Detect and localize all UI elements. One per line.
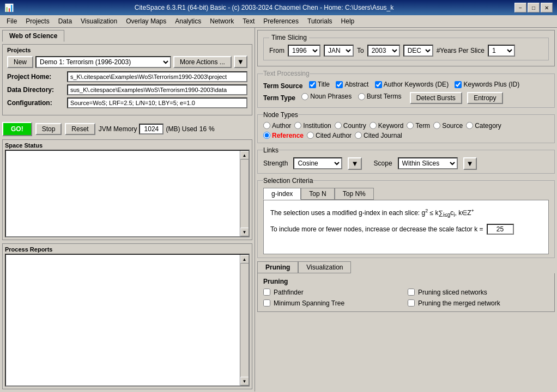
time-slicing-fieldset: Time Slicing From 1996 JAN To 2003 DEC xyxy=(257,30,555,66)
process-scroll-up-btn[interactable]: ▲ xyxy=(240,255,249,264)
scope-label: Scope xyxy=(374,160,392,167)
menu-overlay-maps[interactable]: Overlay Maps xyxy=(122,16,171,26)
institution-radio-label: Institution xyxy=(294,122,331,130)
menu-help[interactable]: Help xyxy=(337,16,359,26)
space-status-legend: Space Status xyxy=(5,142,250,149)
scope-dropdown-btn[interactable]: ▼ xyxy=(463,157,477,170)
links-section: Links Strength Cosine Pearson Jaccard ▼ … xyxy=(257,146,555,174)
burst-terms-radio[interactable] xyxy=(358,93,365,100)
keyword-radio[interactable] xyxy=(370,122,377,129)
process-reports-scrollbar[interactable]: ▲ ▼ xyxy=(240,255,249,385)
menu-preferences[interactable]: Preferences xyxy=(259,16,303,26)
scope-select[interactable]: Within Slices Across Slices xyxy=(398,157,458,169)
scale-text: To include more or fewer nodes, increase… xyxy=(270,225,483,233)
menu-projects[interactable]: Projects xyxy=(21,16,53,26)
to-year-select[interactable]: 2003 xyxy=(367,45,400,57)
tab-top-n-percent[interactable]: Top N% xyxy=(335,188,374,200)
pathfinder-checkbox[interactable] xyxy=(263,289,270,296)
process-scroll-down-btn[interactable]: ▼ xyxy=(240,377,249,385)
process-reports-fieldset: Process Reports ▲ ▼ xyxy=(2,243,252,389)
menu-visualization[interactable]: Visualization xyxy=(76,16,122,26)
more-actions-dropdown[interactable]: ▼ xyxy=(234,56,247,68)
author-radio-label: Author xyxy=(263,122,291,130)
more-actions-button[interactable]: More Actions ... xyxy=(173,56,232,68)
tab-web-of-science[interactable]: Web of Science xyxy=(2,30,64,42)
years-per-slice-select[interactable]: 1 xyxy=(488,45,515,57)
data-dir-label: Data Directory: xyxy=(7,86,67,94)
pruning-merged-label: Pruning the merged network xyxy=(418,299,500,307)
country-radio-label: Country xyxy=(335,122,366,130)
cited-author-radio[interactable] xyxy=(307,132,314,139)
menu-data[interactable]: Data xyxy=(54,16,76,26)
window-title: CiteSpace 6.3.R1 (64-bit) Basic - (c) 20… xyxy=(14,4,514,11)
scale-input[interactable] xyxy=(487,224,514,235)
pruning-outer-section: Pruning Visualization Pruning Pathfinder… xyxy=(257,261,555,312)
entropy-button[interactable]: Entropy xyxy=(467,92,502,104)
time-slicing-legend: Time Slicing xyxy=(269,34,309,41)
window-icon: 📊 xyxy=(4,3,14,12)
projects-legend: Projects xyxy=(7,47,247,53)
author-keywords-checkbox[interactable] xyxy=(375,81,382,88)
process-reports-area: ▲ ▼ xyxy=(5,254,250,387)
from-year-select[interactable]: 1996 xyxy=(288,45,320,57)
noun-phrases-radio[interactable] xyxy=(301,93,308,100)
scale-row: To include more or fewer nodes, increase… xyxy=(270,224,542,235)
title-checkbox-label: Title xyxy=(309,81,330,88)
minimize-button[interactable]: − xyxy=(514,3,526,13)
country-radio[interactable] xyxy=(335,122,342,129)
pruning-merged-checkbox[interactable] xyxy=(408,299,415,307)
from-month-select[interactable]: JAN xyxy=(324,45,354,57)
close-button[interactable]: ✕ xyxy=(541,3,553,13)
go-stop-bar: GO! Stop Reset JVM Memory (MB) Used 16 % xyxy=(2,122,252,136)
jvm-input[interactable] xyxy=(139,124,164,134)
institution-radio[interactable] xyxy=(294,122,301,129)
pruning-sliced-checkbox[interactable] xyxy=(408,289,415,296)
strength-dropdown-btn[interactable]: ▼ xyxy=(348,157,361,170)
pruning-tab-pruning[interactable]: Pruning xyxy=(257,261,298,273)
cited-author-radio-label: Cited Author xyxy=(307,132,352,139)
to-month-select[interactable]: DEC xyxy=(403,45,433,57)
detect-bursts-button[interactable]: Detect Bursts xyxy=(410,92,462,104)
cited-journal-radio[interactable] xyxy=(355,132,362,139)
author-radio[interactable] xyxy=(263,122,270,129)
time-slicing-row: From 1996 JAN To 2003 DEC #Years Per Sli… xyxy=(269,45,543,57)
minimum-spanning-tree-checkbox[interactable] xyxy=(263,299,270,307)
space-status-fieldset: Space Status ▲ ▼ xyxy=(2,139,252,240)
maximize-button[interactable]: □ xyxy=(528,3,540,13)
category-radio[interactable] xyxy=(466,122,473,129)
title-checkbox[interactable] xyxy=(309,81,316,88)
menu-tutorials[interactable]: Tutorials xyxy=(303,16,337,26)
tab-top-n[interactable]: Top N xyxy=(301,188,334,200)
mb-used-label: (MB) Used xyxy=(166,125,197,133)
node-types-row2: Reference Cited Author Cited Journal xyxy=(263,132,549,139)
go-button[interactable]: GO! xyxy=(2,122,32,136)
term-source-section: Term Source Title Abstract Author Keywor… xyxy=(263,81,549,90)
reset-button[interactable]: Reset xyxy=(65,123,95,135)
term-type-section: Term Type Noun Phrases Burst Terms Detec… xyxy=(263,92,549,104)
category-radio-label: Category xyxy=(466,122,501,130)
new-button[interactable]: New xyxy=(7,56,33,68)
author-keywords-checkbox-label: Author Keywords (DE) xyxy=(375,81,449,88)
menu-network[interactable]: Network xyxy=(205,16,238,26)
scroll-up-btn[interactable]: ▲ xyxy=(240,151,249,160)
scroll-down-btn[interactable]: ▼ xyxy=(240,228,249,236)
reference-radio[interactable] xyxy=(263,132,270,139)
stop-button[interactable]: Stop xyxy=(35,123,62,135)
menu-text[interactable]: Text xyxy=(238,16,259,26)
tab-g-index[interactable]: g-index xyxy=(263,188,301,200)
pruning-tab-visualization[interactable]: Visualization xyxy=(298,261,351,273)
strength-select[interactable]: Cosine Pearson Jaccard xyxy=(293,157,342,169)
keywords-plus-checkbox[interactable] xyxy=(455,81,462,88)
menu-analytics[interactable]: Analytics xyxy=(171,16,205,26)
menu-file[interactable]: File xyxy=(2,16,21,26)
source-radio-label: Source xyxy=(433,122,463,130)
source-radio[interactable] xyxy=(433,122,440,129)
right-panel: Time Slicing From 1996 JAN To 2003 DEC xyxy=(255,28,557,391)
term-type-label: Term Type xyxy=(263,94,295,102)
space-status-scrollbar[interactable]: ▲ ▼ xyxy=(240,151,249,236)
project-select[interactable]: Demo 1: Terrorism (1996-2003) xyxy=(35,56,171,68)
abstract-checkbox[interactable] xyxy=(336,81,343,88)
project-home-row: Project Home: s_K\.citespace\Examples\Wo… xyxy=(7,71,247,82)
projects-bar: New Demo 1: Terrorism (1996-2003) More A… xyxy=(7,56,247,68)
term-radio[interactable] xyxy=(407,122,414,129)
